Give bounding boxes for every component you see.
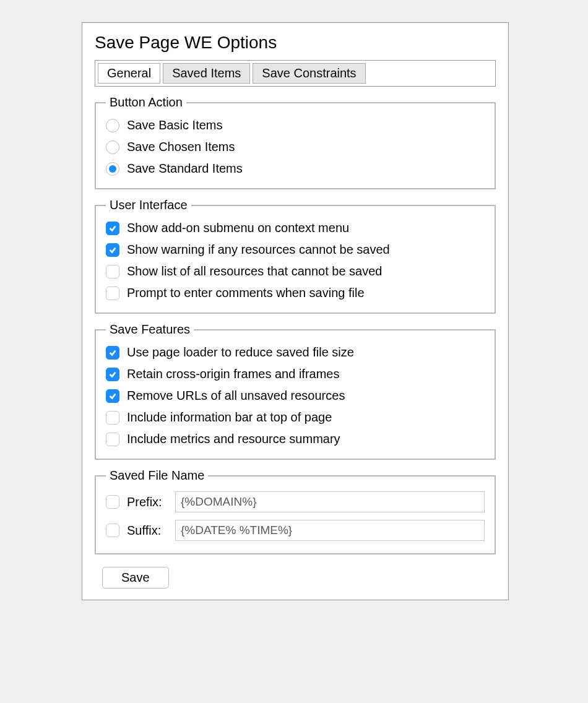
radio-row-standard[interactable]: Save Standard Items — [106, 158, 485, 179]
checkbox-icon[interactable] — [106, 222, 119, 235]
prefix-label: Prefix: — [127, 495, 168, 509]
checkbox-suffix[interactable] — [106, 524, 119, 537]
checkbox-label: Retain cross-origin frames and iframes — [127, 367, 339, 381]
radio-label: Save Chosen Items — [127, 140, 235, 154]
checkbox-label: Show list of all resources that cannot b… — [127, 264, 382, 278]
checkbox-icon[interactable] — [106, 368, 119, 381]
tab-saved-items[interactable]: Saved Items — [163, 63, 250, 84]
tabs-bar: General Saved Items Save Constraints — [95, 60, 496, 87]
legend-save-features: Save Features — [106, 322, 194, 337]
save-button[interactable]: Save — [102, 567, 169, 589]
checkbox-icon[interactable] — [106, 243, 119, 257]
suffix-label: Suffix: — [127, 524, 168, 538]
options-panel: Save Page WE Options General Saved Items… — [82, 22, 509, 600]
checkbox-row-warning[interactable]: Show warning if any resources cannot be … — [106, 239, 485, 261]
checkbox-row-loader[interactable]: Use page loader to reduce saved file siz… — [106, 342, 485, 363]
checkbox-label: Show warning if any resources cannot be … — [127, 243, 390, 257]
checkbox-icon[interactable] — [106, 265, 119, 278]
radio-label: Save Basic Items — [127, 118, 223, 132]
radio-label: Save Standard Items — [127, 162, 243, 176]
radio-icon[interactable] — [106, 162, 119, 176]
radio-row-basic[interactable]: Save Basic Items — [106, 114, 485, 136]
tab-save-constraints[interactable]: Save Constraints — [253, 63, 365, 84]
prefix-row: Prefix: — [106, 488, 485, 516]
checkbox-row-metrics[interactable]: Include metrics and resource summary — [106, 428, 485, 450]
checkbox-row-removeurls[interactable]: Remove URLs of all unsaved resources — [106, 385, 485, 407]
tab-general[interactable]: General — [98, 63, 160, 84]
checkbox-prefix[interactable] — [106, 495, 119, 509]
legend-user-interface: User Interface — [106, 198, 191, 212]
checkbox-row-infobar[interactable]: Include information bar at top of page — [106, 407, 485, 428]
checkbox-row-prompt[interactable]: Prompt to enter comments when saving fil… — [106, 282, 485, 304]
checkbox-row-submenu[interactable]: Show add-on submenu on context menu — [106, 217, 485, 239]
suffix-input[interactable] — [175, 520, 485, 541]
checkbox-row-list[interactable]: Show list of all resources that cannot b… — [106, 261, 485, 282]
checkbox-label: Prompt to enter comments when saving fil… — [127, 286, 365, 300]
checkbox-icon[interactable] — [106, 433, 119, 446]
checkbox-icon[interactable] — [106, 389, 119, 403]
checkbox-label: Show add-on submenu on context menu — [127, 221, 349, 235]
checkbox-icon[interactable] — [106, 411, 119, 425]
fieldset-button-action: Button Action Save Basic Items Save Chos… — [95, 95, 496, 189]
checkbox-label: Use page loader to reduce saved file siz… — [127, 345, 354, 360]
checkbox-row-crossorigin[interactable]: Retain cross-origin frames and iframes — [106, 363, 485, 385]
checkbox-label: Include metrics and resource summary — [127, 432, 340, 446]
page-title: Save Page WE Options — [95, 33, 496, 53]
checkbox-label: Remove URLs of all unsaved resources — [127, 389, 345, 403]
fieldset-user-interface: User Interface Show add-on submenu on co… — [95, 198, 496, 314]
prefix-input[interactable] — [175, 491, 485, 512]
fieldset-save-features: Save Features Use page loader to reduce … — [95, 322, 496, 460]
radio-row-chosen[interactable]: Save Chosen Items — [106, 136, 485, 158]
checkbox-label: Include information bar at top of page — [127, 410, 332, 425]
fieldset-saved-file-name: Saved File Name Prefix: Suffix: — [95, 468, 496, 554]
checkbox-icon[interactable] — [106, 287, 119, 300]
suffix-row: Suffix: — [106, 516, 485, 545]
legend-saved-file-name: Saved File Name — [106, 468, 208, 483]
legend-button-action: Button Action — [106, 95, 186, 110]
checkbox-icon[interactable] — [106, 346, 119, 360]
radio-icon[interactable] — [106, 140, 119, 154]
radio-icon[interactable] — [106, 119, 119, 132]
